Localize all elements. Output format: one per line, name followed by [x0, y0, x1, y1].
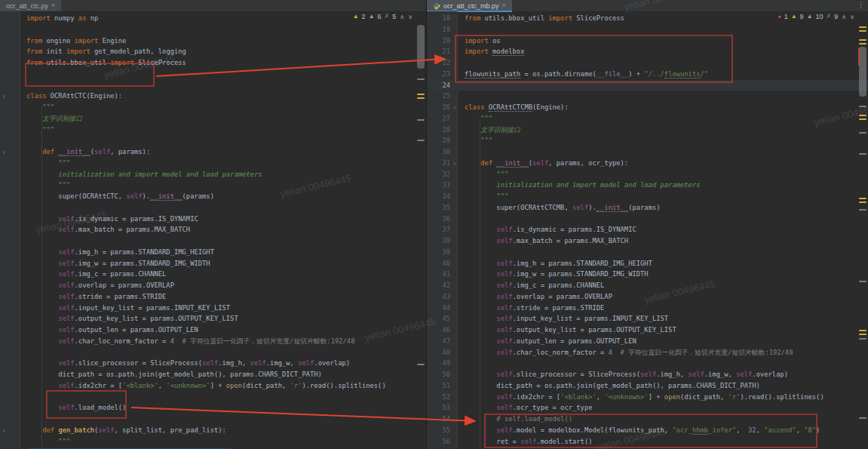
stripe-mark[interactable] [859, 417, 866, 419]
code-line[interactable]: self.output_len = params.OUTPUT_LEN [0, 324, 426, 336]
code-line[interactable]: from engine import Engine [0, 35, 426, 47]
code-line[interactable]: 文字识别接口 [0, 113, 426, 125]
code-line[interactable]: 45 self.input_key_list = params.INPUT_KE… [427, 313, 868, 324]
weak-inspection-icon[interactable]: ▲ [807, 13, 813, 20]
fold-icon[interactable]: ∨ [2, 426, 5, 437]
code-line[interactable]: 29 """ [427, 135, 868, 146]
stripe-mark[interactable] [859, 106, 866, 107]
code-line[interactable] [0, 135, 426, 146]
code-line[interactable]: 47 self.output_len = params.OUTPUT_LEN [427, 336, 868, 347]
fold-icon[interactable]: ∨ [453, 158, 456, 170]
code-line[interactable]: self.load_model() [0, 402, 426, 414]
code-line[interactable]: 22 [427, 57, 868, 69]
code-line[interactable]: 27 """ [427, 113, 868, 125]
code-line[interactable]: 20import os [427, 35, 868, 47]
code-line[interactable]: 50 self.slice_processor = SliceProcess(s… [427, 369, 868, 380]
code-line[interactable]: initialization and import model and load… [0, 169, 426, 180]
code-line[interactable]: 19 [427, 24, 868, 35]
more-options-icon[interactable]: ⋮ [857, 1, 865, 9]
code-line[interactable] [0, 202, 426, 214]
fold-icon[interactable]: ∨ [453, 103, 456, 114]
stripe-mark[interactable] [859, 26, 866, 28]
stripe-mark[interactable] [859, 281, 866, 282]
stripe-mark[interactable] [859, 201, 866, 203]
code-editor-left[interactable]: import numpy as npfrom engine import Eng… [0, 11, 426, 449]
code-line[interactable]: 30 [427, 146, 868, 158]
code-line[interactable]: self.input_key_list = params.INPUT_KEY_L… [0, 303, 426, 314]
stripe-mark[interactable] [417, 97, 425, 99]
code-line[interactable]: self.img_c = params.CHANNEL [0, 269, 426, 280]
code-line[interactable]: 33 initialization and import model and l… [427, 180, 868, 191]
tab-ocr-att-ctc[interactable]: ocr_att_ctc.py × [0, 0, 61, 11]
code-line[interactable]: self.max_batch = params.MAX_BATCH [0, 224, 426, 235]
code-line[interactable] [0, 347, 426, 358]
code-line[interactable]: 38 self.max_batch = params.MAX_BATCH [427, 235, 868, 247]
scrollbar-thumb[interactable] [417, 25, 425, 69]
code-line[interactable]: 31∨ def __init__(self, params, ocr_type)… [427, 158, 868, 169]
stripe-mark[interactable] [859, 118, 866, 120]
stripe-mark[interactable] [859, 132, 866, 134]
code-editor-right[interactable]: 18from utils.bbox_util import SliceProce… [427, 11, 868, 449]
code-line[interactable]: 42 self.img_c = params.CHANNEL [427, 280, 868, 291]
code-line[interactable]: from init import get_model_path, logging [0, 46, 426, 57]
code-line[interactable]: 36 [427, 214, 868, 225]
code-line[interactable]: ∨class OCRAttCTC(Engine): [0, 91, 426, 102]
code-line[interactable]: 24 [427, 80, 868, 91]
code-line[interactable]: 26∨class OCRAttCTCMB(Engine): [427, 102, 868, 113]
code-line[interactable]: 52 self.idx2chr = ['<blank>', '<unknown>… [427, 392, 868, 403]
close-icon[interactable]: × [502, 2, 506, 9]
typo-inspection-icon[interactable]: ✗ [385, 13, 390, 20]
code-line[interactable] [0, 80, 426, 91]
code-line[interactable] [0, 69, 426, 80]
code-line[interactable]: 34 """ [427, 191, 868, 202]
stripe-mark[interactable] [859, 209, 866, 211]
code-line[interactable]: self.img_w = params.STANDARD_IMG_WIDTH [0, 258, 426, 269]
stripe-mark[interactable] [417, 94, 425, 95]
code-line[interactable] [0, 414, 426, 425]
code-line[interactable]: 54 # self.load_model() [427, 414, 868, 425]
stripe-mark[interactable] [417, 78, 425, 80]
code-line[interactable]: 56 ret = self.model.start() [427, 436, 868, 447]
stripe-mark[interactable] [859, 338, 866, 340]
typo-inspection-icon[interactable]: ✗ [827, 13, 832, 20]
code-line[interactable] [0, 24, 426, 35]
code-line[interactable]: 28 文字识别接口 [427, 125, 868, 136]
fold-icon[interactable]: ∨ [2, 147, 5, 158]
code-line[interactable]: self.overlap = params.OVERLAP [0, 280, 426, 291]
close-icon[interactable]: × [51, 2, 55, 9]
code-line[interactable]: ∨ def gen_batch(self, split_list, pre_pa… [0, 425, 426, 436]
code-line[interactable]: 51 dict_path = os.path.join(get_model_pa… [427, 380, 868, 392]
warning-inspection-icon[interactable]: ▲ [353, 13, 359, 20]
warning-inspection-icon[interactable]: ▲ [791, 13, 797, 20]
code-line[interactable]: 25 [427, 91, 868, 102]
stripe-mark[interactable] [859, 334, 866, 335]
code-line[interactable]: from utils.bbox_util import SliceProcess [0, 57, 426, 69]
next-problem-icon[interactable]: ∨ [850, 14, 854, 20]
code-line[interactable]: 21import modelbox [427, 46, 868, 57]
stripe-mark[interactable] [859, 153, 866, 155]
weak-inspection-icon[interactable]: ▲ [369, 13, 375, 20]
next-problem-icon[interactable]: ∨ [408, 14, 413, 20]
code-line[interactable]: 35 super(OCRAttCTCMB, self).__init__(par… [427, 202, 868, 214]
code-line[interactable]: ∨ def __init__(self, params): [0, 146, 426, 158]
stripe-mark[interactable] [417, 140, 425, 141]
stripe-mark[interactable] [859, 39, 866, 41]
code-line[interactable]: 46 self.output_key_list = params.OUTPUT_… [427, 324, 868, 336]
fold-icon[interactable]: ∨ [2, 91, 5, 103]
stripe-mark[interactable] [859, 115, 866, 116]
stripe-mark[interactable] [859, 330, 866, 331]
code-line[interactable]: """ [0, 180, 426, 191]
stripe-mark[interactable] [859, 198, 866, 199]
code-line[interactable]: 41 self.img_w = params.STANDARD_IMG_WIDT… [427, 269, 868, 280]
stripe-mark[interactable] [417, 364, 425, 365]
code-line[interactable]: 40 self.img_h = params.STANDARD_IMG_HEIG… [427, 258, 868, 269]
code-line[interactable]: 32 """ [427, 169, 868, 180]
code-line[interactable]: 48 self.char_loc_norm_factor = 4 # 字符位置归… [427, 347, 868, 358]
code-line[interactable]: 49 [427, 358, 868, 369]
stripe-mark[interactable] [858, 48, 860, 66]
code-line[interactable]: 55 self.model = modelbox.Model(flowunits… [427, 425, 868, 436]
code-line[interactable]: """ [0, 102, 426, 113]
prev-problem-icon[interactable]: ∧ [842, 14, 846, 20]
code-line[interactable]: self.idx2chr = ['<blank>', '<unknown>'] … [0, 380, 426, 392]
stripe-mark[interactable] [417, 119, 425, 121]
